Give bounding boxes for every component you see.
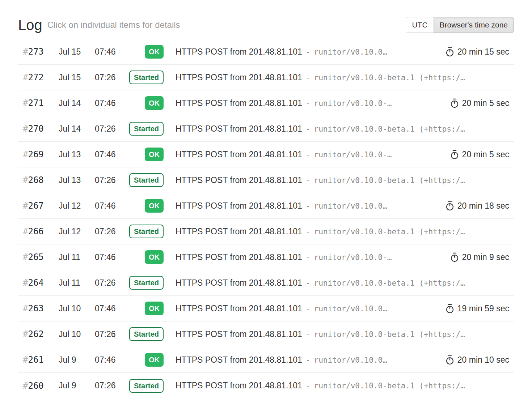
user-agent-text: runitor/v0.10.0-beta.1 (+https:/…: [314, 73, 465, 82]
dash-separator: -: [306, 279, 311, 287]
status-badge: Started: [129, 71, 164, 84]
row-message: HTTPS POST from 201.48.81.101: [176, 355, 302, 364]
row-message: HTTPS POST from 201.48.81.101: [176, 73, 302, 82]
status-badge-cell: OK: [123, 302, 164, 315]
log-row[interactable]: #272 Jul 15 07:26 Started HTTPS POST fro…: [18, 65, 514, 90]
log-row[interactable]: #260 Jul 9 07:26 Started HTTPS POST from…: [18, 373, 514, 398]
stopwatch-icon: [446, 201, 454, 211]
user-agent-text: runitor/v0.10.0-beta.1 (+https:/…: [314, 125, 465, 133]
row-number-hash: #: [23, 252, 28, 262]
row-duration: 20 min 10 sec: [438, 355, 509, 365]
status-badge: OK: [145, 250, 164, 264]
row-message: HTTPS POST from 201.48.81.101: [176, 381, 302, 390]
dash-separator: -: [306, 73, 311, 82]
log-row[interactable]: #262 Jul 10 07:26 Started HTTPS POST fro…: [18, 321, 514, 347]
log-row[interactable]: #264 Jul 11 07:26 Started HTTPS POST fro…: [18, 270, 514, 296]
status-badge: OK: [145, 45, 164, 59]
log-row[interactable]: #271 Jul 14 07:46 OK HTTPS POST from 201…: [18, 90, 514, 116]
row-number: 261: [28, 355, 43, 365]
row-time: 07:46: [95, 252, 123, 262]
row-number-hash: #: [23, 303, 28, 314]
row-number-hash: #: [23, 149, 28, 159]
row-date: Jul 15: [59, 73, 95, 82]
row-number-cell: #262: [23, 329, 59, 339]
row-number: 268: [28, 175, 43, 185]
row-duration: 20 min 15 sec: [438, 47, 509, 57]
log-row[interactable]: #273 Jul 15 07:46 OK HTTPS POST from 201…: [18, 39, 514, 65]
row-date: Jul 13: [59, 175, 95, 185]
row-description: HTTPS POST from 201.48.81.101-runitor/v0…: [176, 355, 438, 365]
row-number: 273: [28, 47, 43, 57]
status-badge: OK: [145, 199, 164, 213]
stopwatch-icon: [450, 98, 459, 108]
row-date: Jul 10: [59, 329, 95, 339]
status-badge: OK: [145, 302, 164, 315]
row-duration: 20 min 5 sec: [443, 98, 509, 108]
row-number-cell: #268: [23, 175, 59, 185]
dash-separator: -: [306, 330, 311, 339]
log-row[interactable]: #261 Jul 9 07:46 OK HTTPS POST from 201.…: [18, 347, 514, 373]
row-time: 07:46: [95, 355, 123, 365]
row-time: 07:26: [95, 278, 123, 288]
log-row[interactable]: #267 Jul 12 07:46 OK HTTPS POST from 201…: [18, 193, 514, 219]
dash-separator: -: [306, 48, 311, 56]
row-time: 07:26: [95, 381, 123, 391]
row-number: 260: [28, 381, 43, 391]
page-subtitle: Click on individual items for details: [47, 20, 180, 30]
row-date: Jul 13: [59, 150, 95, 159]
row-number: 266: [28, 226, 43, 236]
status-badge-cell: OK: [123, 96, 164, 110]
row-time: 07:46: [95, 150, 123, 159]
log-row[interactable]: #265 Jul 11 07:46 OK HTTPS POST from 201…: [18, 244, 514, 270]
row-number: 265: [28, 252, 43, 262]
stopwatch-icon: [446, 355, 454, 365]
dash-separator: -: [306, 125, 311, 133]
status-badge-cell: Started: [123, 173, 164, 187]
stopwatch-icon: [450, 252, 459, 262]
status-badge: Started: [129, 276, 164, 290]
row-number: 262: [28, 329, 43, 339]
row-message: HTTPS POST from 201.48.81.101: [176, 47, 302, 56]
row-time: 07:46: [95, 201, 123, 211]
row-description: HTTPS POST from 201.48.81.101-runitor/v0…: [176, 47, 438, 57]
row-description: HTTPS POST from 201.48.81.101-runitor/v0…: [176, 175, 509, 185]
status-badge: OK: [145, 353, 164, 367]
row-number-cell: #273: [23, 47, 59, 57]
user-agent-text: runitor/v0.10.0…: [314, 356, 387, 364]
log-row[interactable]: #270 Jul 14 07:26 Started HTTPS POST fro…: [18, 116, 514, 142]
status-badge: Started: [129, 327, 164, 341]
row-number: 263: [28, 303, 43, 314]
status-badge-cell: OK: [123, 199, 164, 213]
dash-separator: -: [306, 304, 311, 313]
row-message: HTTPS POST from 201.48.81.101: [176, 201, 302, 210]
duration-text: 20 min 10 sec: [457, 355, 509, 365]
stopwatch-icon: [446, 304, 454, 314]
row-time: 07:26: [95, 175, 123, 185]
log-row[interactable]: #266 Jul 12 07:26 Started HTTPS POST fro…: [18, 219, 514, 244]
utc-button[interactable]: UTC: [406, 17, 434, 33]
user-agent-text: runitor/v0.10.0-…: [314, 253, 392, 262]
row-description: HTTPS POST from 201.48.81.101-runitor/v0…: [176, 227, 509, 236]
row-number: 272: [28, 72, 43, 82]
duration-text: 19 min 59 sec: [457, 304, 509, 314]
row-date: Jul 15: [59, 47, 95, 57]
log-row[interactable]: #269 Jul 13 07:46 OK HTTPS POST from 201…: [18, 142, 514, 167]
stopwatch-icon: [446, 47, 454, 57]
duration-text: 20 min 5 sec: [462, 150, 509, 159]
row-number: 264: [28, 278, 43, 288]
row-message: HTTPS POST from 201.48.81.101: [176, 278, 302, 287]
dash-separator: -: [306, 176, 311, 185]
log-row[interactable]: #263 Jul 10 07:46 OK HTTPS POST from 201…: [18, 296, 514, 321]
user-agent-text: runitor/v0.10.0-…: [314, 99, 392, 108]
row-time: 07:26: [95, 124, 123, 134]
row-number: 271: [28, 98, 43, 108]
row-description: HTTPS POST from 201.48.81.101-runitor/v0…: [176, 304, 438, 314]
user-agent-text: runitor/v0.10.0…: [314, 202, 387, 210]
log-row[interactable]: #268 Jul 13 07:26 Started HTTPS POST fro…: [18, 167, 514, 193]
browser-timezone-button[interactable]: Browser's time zone: [434, 17, 514, 33]
status-badge-cell: Started: [123, 71, 164, 84]
row-number-hash: #: [23, 124, 28, 134]
status-badge: Started: [129, 122, 164, 136]
row-time: 07:46: [95, 98, 123, 108]
row-message: HTTPS POST from 201.48.81.101: [176, 329, 302, 339]
